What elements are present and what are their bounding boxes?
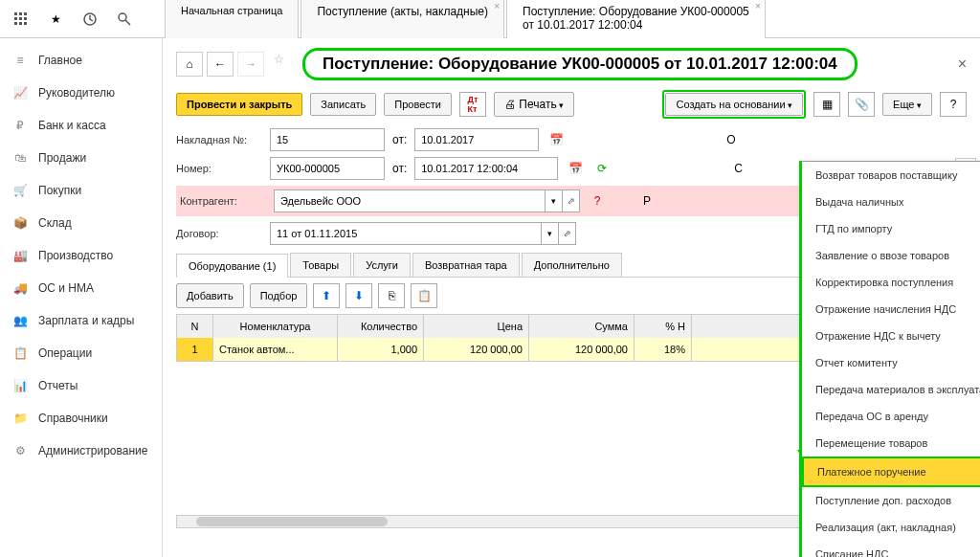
move-up-icon[interactable]: ⬆ — [313, 283, 340, 308]
help-icon[interactable]: ? — [588, 191, 607, 211]
invoice-date-input[interactable] — [414, 128, 539, 151]
number-label: Номер: — [176, 163, 262, 174]
truck-icon: 🚚 — [11, 279, 29, 297]
svg-line-11 — [125, 20, 130, 25]
menu-item-gtd[interactable]: ГТД по импорту — [802, 215, 980, 242]
menu-item-correction[interactable]: Корректировка поступления — [802, 269, 980, 296]
post-button[interactable]: Провести — [384, 93, 452, 116]
close-icon[interactable]: × — [494, 1, 500, 11]
sidebar-item-manager[interactable]: 📈Руководителю — [0, 77, 162, 109]
sidebar-item-label: Покупки — [38, 184, 81, 197]
back-button[interactable]: ← — [207, 52, 234, 77]
th-nomenclature[interactable]: Номенклатура — [213, 315, 338, 338]
dropdown-toggle[interactable]: ▾ — [542, 222, 559, 245]
th-sum[interactable]: Сумма — [529, 315, 635, 338]
th-quantity[interactable]: Количество — [338, 315, 424, 338]
th-number[interactable]: N — [177, 315, 213, 338]
sidebar: ≡Главное 📈Руководителю ₽Банк и касса 🛍Пр… — [0, 38, 163, 557]
svg-rect-1 — [19, 12, 22, 15]
move-down-icon[interactable]: ⬇ — [345, 283, 372, 308]
structure-icon[interactable]: ▦ — [813, 92, 840, 117]
doc-number-input[interactable] — [270, 157, 385, 180]
menu-item-add-expenses[interactable]: Поступление доп. расходов — [802, 487, 980, 514]
invoice-number-input[interactable] — [270, 128, 385, 151]
help-button[interactable]: ? — [940, 92, 967, 117]
add-row-button[interactable]: Добавить — [176, 283, 244, 308]
top-bar: ★ Начальная страница Поступление (акты, … — [0, 0, 980, 38]
open-ref-button[interactable]: ⬀ — [559, 222, 576, 245]
tab-receipt-list[interactable]: Поступление (акты, накладные)× — [301, 0, 504, 41]
sidebar-item-admin[interactable]: ⚙Администрирование — [0, 434, 162, 467]
close-button[interactable]: × — [958, 56, 967, 73]
sidebar-item-main[interactable]: ≡Главное — [0, 44, 162, 77]
tab-services[interactable]: Услуги — [353, 253, 411, 277]
tab-home[interactable]: Начальная страница — [165, 0, 299, 41]
cell-sum: 120 000,00 — [529, 338, 635, 361]
update-icon[interactable]: ⟳ — [592, 159, 612, 178]
sidebar-item-production[interactable]: 🏭Производство — [0, 239, 162, 272]
dropdown-toggle[interactable]: ▾ — [546, 189, 563, 212]
save-button[interactable]: Записать — [310, 93, 376, 116]
more-button[interactable]: Еще — [882, 93, 932, 116]
copy-icon[interactable]: ⎘ — [378, 283, 405, 308]
history-icon[interactable] — [77, 6, 103, 33]
tab-returnable[interactable]: Возвратная тара — [412, 253, 520, 277]
menu-item-goods-move[interactable]: Перемещение товаров — [802, 430, 980, 457]
menu-item-vat-writeoff[interactable]: Списание НДС — [802, 541, 980, 557]
post-and-close-button[interactable]: Провести и закрыть — [176, 93, 302, 116]
sidebar-item-bank[interactable]: ₽Банк и касса — [0, 109, 162, 142]
print-button[interactable]: 🖨 Печать — [494, 92, 574, 117]
tab-equipment[interactable]: Оборудование (1) — [176, 254, 288, 278]
apps-icon[interactable] — [8, 6, 34, 33]
calendar-icon[interactable]: 📅 — [546, 130, 566, 149]
content-area: ⌂ ← → ☆ Поступление: Оборудование УК00-0… — [163, 38, 980, 557]
open-ref-button[interactable]: ⬀ — [563, 189, 580, 212]
sidebar-item-reports[interactable]: 📊Отчеты — [0, 369, 162, 402]
menu-item-committent-report[interactable]: Отчет комитенту — [802, 349, 980, 376]
tab-receipt-doc[interactable]: Поступление: Оборудование УК00-000005 от… — [506, 0, 766, 41]
sidebar-item-assets[interactable]: 🚚ОС и НМА — [0, 272, 162, 304]
create-based-on-button[interactable]: Создать на основании — [665, 93, 803, 116]
sidebar-item-catalogs[interactable]: 📁Справочники — [0, 402, 162, 434]
home-button[interactable]: ⌂ — [176, 52, 203, 77]
gear-icon: ⚙ — [11, 442, 29, 459]
calendar-icon[interactable]: 📅 — [566, 159, 585, 178]
attach-icon[interactable]: 📎 — [848, 92, 875, 117]
sidebar-item-purchases[interactable]: 🛒Покупки — [0, 174, 162, 207]
tab-label: Поступление (акты, накладные) — [317, 5, 488, 18]
menu-item-vat-accrual[interactable]: Отражение начисления НДС — [802, 296, 980, 323]
contractor-input[interactable] — [274, 189, 546, 212]
menu-item-payment-order[interactable]: Платежное поручение — [802, 457, 980, 487]
tab-additional[interactable]: Дополнительно — [522, 253, 622, 277]
menu-item-return[interactable]: Возврат товаров поставщику — [802, 162, 980, 189]
contract-input[interactable] — [270, 222, 542, 245]
menu-icon: ≡ — [11, 52, 29, 69]
select-button[interactable]: Подбор — [250, 283, 308, 308]
menu-item-vat-deduct[interactable]: Отражение НДС к вычету — [802, 323, 980, 349]
forward-button[interactable]: → — [237, 52, 264, 77]
warehouse-label: С — [734, 162, 743, 175]
menu-item-import-statement[interactable]: Заявление о ввозе товаров — [802, 242, 980, 269]
th-price[interactable]: Цена — [424, 315, 529, 338]
doc-datetime-input[interactable] — [414, 157, 558, 180]
sidebar-item-sales[interactable]: 🛍Продажи — [0, 142, 162, 174]
favorite-icon[interactable]: ☆ — [274, 53, 297, 76]
close-icon[interactable]: × — [755, 1, 761, 11]
sidebar-item-operations[interactable]: 📋Операции — [0, 337, 162, 369]
paste-icon[interactable]: 📋 — [411, 283, 437, 308]
menu-item-cash[interactable]: Выдача наличных — [802, 189, 980, 215]
menu-item-realization[interactable]: Реализация (акт, накладная) — [802, 514, 980, 541]
menu-item-materials-transfer[interactable]: Передача материалов в эксплуатацию — [802, 376, 980, 403]
dt-kt-icon[interactable]: ДтКт — [459, 92, 486, 117]
sidebar-item-salary[interactable]: 👥Зарплата и кадры — [0, 304, 162, 337]
search-icon[interactable] — [111, 6, 138, 33]
sidebar-item-label: Операции — [38, 346, 92, 360]
sidebar-item-warehouse[interactable]: 📦Склад — [0, 207, 162, 239]
create-based-on-menu: Возврат товаров поставщику Выдача наличн… — [799, 161, 980, 557]
star-icon[interactable]: ★ — [42, 6, 69, 33]
menu-item-asset-lease[interactable]: Передача ОС в аренду — [802, 403, 980, 430]
tab-goods[interactable]: Товары — [290, 253, 351, 277]
th-vat[interactable]: % Н — [635, 315, 692, 338]
svg-rect-0 — [14, 12, 17, 15]
tab-label-line2: от 10.01.2017 12:00:04 — [523, 18, 749, 32]
